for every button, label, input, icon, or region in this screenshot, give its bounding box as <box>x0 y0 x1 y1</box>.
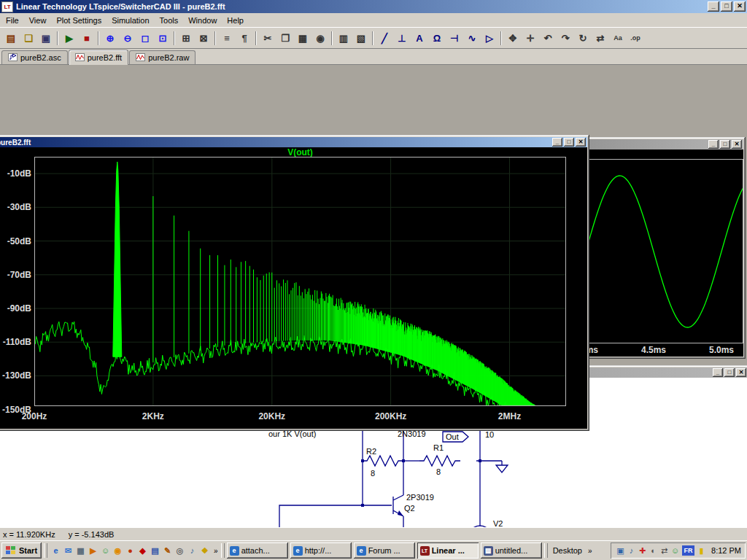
toolbar-ground-button[interactable]: ⊥ <box>393 30 411 47</box>
toolbar-capacitor-button[interactable]: ⊣ <box>446 30 463 47</box>
toolbar-wire-button[interactable]: ╱ <box>376 30 393 47</box>
fft-ylabel-90db: -90dB <box>0 303 31 314</box>
menu-file[interactable]: File <box>1 15 24 26</box>
quick-launch-explorer-icon[interactable]: ❖ <box>198 545 211 557</box>
waveform-close-button[interactable]: ✕ <box>732 140 742 149</box>
menu-help[interactable]: Help <box>222 15 249 26</box>
quick-launch-notepad-icon[interactable]: ▤ <box>149 545 161 557</box>
toolbar-drag-button[interactable]: ✛ <box>522 30 539 47</box>
quick-launch-volume-icon[interactable]: ♪ <box>186 545 198 557</box>
language-indicator[interactable]: FR <box>682 545 694 556</box>
toolbar-print-preview-button[interactable]: ▧ <box>352 30 370 47</box>
app-title: Linear Technology LTspice/SwitcherCAD II… <box>16 2 706 11</box>
task-button-http[interactable]: ehttp://... <box>290 542 352 559</box>
cut-icon: ✂ <box>264 33 272 44</box>
display-tray-icon[interactable]: ▣ <box>615 546 626 556</box>
quick-launch-paint-icon[interactable]: ✎ <box>161 545 174 557</box>
scheduler-tray-icon[interactable]: ◐ <box>648 546 659 555</box>
menu-view[interactable]: View <box>24 15 52 26</box>
messenger-tray-icon[interactable]: ☺ <box>670 546 681 555</box>
toolbar-print-button[interactable]: ▥ <box>335 30 352 47</box>
task-button-forum[interactable]: eForum ... <box>354 542 415 559</box>
desktop-toolbar-label[interactable]: Desktop <box>550 546 585 555</box>
antivirus-tray-icon[interactable]: ✚ <box>637 546 648 556</box>
quick-launch-acrobat-icon[interactable]: ◆ <box>136 545 149 557</box>
toolbar-diode-button[interactable]: ▷ <box>481 30 498 47</box>
toolbar-view-netlist-button[interactable]: ≡ <box>218 30 236 47</box>
menu-tools[interactable]: Tools <box>155 15 184 26</box>
toolbar-view-log-button[interactable]: ¶ <box>236 30 253 47</box>
toolbar-find-button[interactable]: ◉ <box>311 30 329 47</box>
task-button-linear[interactable]: LTLinear ... <box>417 542 479 559</box>
toolbar-inductor-button[interactable]: ∿ <box>463 30 481 47</box>
quick-launch-show-desktop-icon[interactable]: ▦ <box>74 545 87 557</box>
toolbar-cut-button[interactable]: ✂ <box>259 30 276 47</box>
fft-trace-legend[interactable]: V(out) <box>34 147 566 157</box>
task-icon-untitled: ▤ <box>484 546 493 556</box>
toolbar-text-button[interactable]: Aa <box>609 30 627 47</box>
tab-pureb2-fft[interactable]: pureB2.fft <box>69 50 129 65</box>
menu-simulation[interactable]: Simulation <box>107 15 154 26</box>
toolbar-undo-button[interactable]: ↶ <box>539 30 557 47</box>
toolbar-move-button[interactable]: ✥ <box>504 30 522 47</box>
toolbar-halt-simulation-button[interactable]: ■ <box>78 30 96 47</box>
view-netlist-icon: ≡ <box>224 33 230 44</box>
toolbar-resistor-button[interactable]: Ω <box>428 30 446 47</box>
quick-launch-chevron[interactable]: » <box>213 547 219 555</box>
toolbar-run-simulation-button[interactable]: ▶ <box>61 30 78 47</box>
toolbar-zoom-out-button[interactable]: ⊖ <box>119 30 136 47</box>
desktop-toolbar-chevron[interactable]: » <box>587 547 593 555</box>
task-buttons: eattach...ehttp://...eForum ...LTLinear … <box>227 542 542 559</box>
schematic-minimize-button[interactable]: _ <box>713 368 723 377</box>
toolbar-mark-data-points-button[interactable]: ⊠ <box>195 30 212 47</box>
open-file-icon: ❏ <box>24 33 33 44</box>
toolbar-new-schematic-button[interactable]: ▤ <box>2 30 20 47</box>
toolbar-zoom-in-button[interactable]: ⊕ <box>101 30 119 47</box>
ime-tray-icon[interactable]: ▮ <box>696 546 707 556</box>
taskbar-divider-3 <box>544 543 548 558</box>
toolbar-save-button[interactable]: ▣ <box>37 30 55 47</box>
toolbar-spice-directive-button[interactable]: .op <box>627 30 644 47</box>
fft-xlabel-20khz: 20KHz <box>249 411 295 421</box>
quick-launch-messenger-icon[interactable]: ☺ <box>99 545 112 557</box>
schematic-close-button[interactable]: ✕ <box>736 368 746 377</box>
status-cursor-y: y = -5.143dB <box>69 530 115 539</box>
quick-launch-cd-player-icon[interactable]: ◎ <box>174 545 186 557</box>
toolbar-label-net-button[interactable]: A <box>411 30 428 47</box>
toolbar-zoom-area-button[interactable]: ◻ <box>136 30 154 47</box>
quick-launch-realplayer-icon[interactable]: ● <box>124 545 136 557</box>
quick-launch-winamp-icon[interactable]: ◉ <box>112 545 124 557</box>
quick-launch-outlook-express-icon[interactable]: ✉ <box>62 545 74 557</box>
network-tray-icon[interactable]: ⇄ <box>659 546 670 556</box>
task-button-untitled[interactable]: ▤untitled... <box>481 542 542 559</box>
fft-plot-svg[interactable] <box>34 157 566 406</box>
volume-tray-icon[interactable]: ♪ <box>626 546 637 555</box>
app-minimize-button[interactable]: _ <box>708 1 719 12</box>
tab-pureb2-asc[interactable]: pureB2.asc <box>1 50 68 64</box>
app-close-button[interactable]: ✕ <box>734 1 746 12</box>
app-maximize-button[interactable]: □ <box>721 1 732 12</box>
toolbar-zoom-full-extents-button[interactable]: ⊡ <box>154 30 171 47</box>
quick-launch-media-player-icon[interactable]: ▶ <box>87 545 99 557</box>
fft-close-button[interactable]: ✕ <box>576 138 586 147</box>
toolbar-separator <box>212 30 218 47</box>
fft-maximize-button[interactable]: □ <box>564 138 574 147</box>
waveform-minimize-button[interactable]: _ <box>708 140 719 149</box>
toolbar-copy-button[interactable]: ❐ <box>276 30 294 47</box>
task-button-attach[interactable]: eattach... <box>227 542 288 559</box>
toolbar-grid-button[interactable]: ⊞ <box>177 30 195 47</box>
quick-launch-internet-explorer-icon[interactable]: e <box>50 545 62 557</box>
fft-minimize-button[interactable]: _ <box>552 138 562 147</box>
menu-plot-settings[interactable]: Plot Settings <box>51 15 107 26</box>
start-button[interactable]: Start <box>1 542 42 559</box>
tab-pureb2-raw[interactable]: pureB2.raw <box>129 50 196 64</box>
toolbar-open-file-button[interactable]: ❏ <box>20 30 37 47</box>
toolbar-rotate-button[interactable]: ↻ <box>574 30 592 47</box>
menu-window[interactable]: Window <box>183 15 222 26</box>
fft-plot-body: V(out) -10dB-30dB-50dB-70dB-90dB-110dB-1… <box>0 147 587 429</box>
toolbar-paste-button[interactable]: ▦ <box>294 30 311 47</box>
toolbar-redo-button[interactable]: ↷ <box>557 30 574 47</box>
schematic-maximize-button[interactable]: □ <box>724 368 735 377</box>
toolbar-mirror-button[interactable]: ⇄ <box>592 30 609 47</box>
waveform-maximize-button[interactable]: □ <box>720 140 730 149</box>
